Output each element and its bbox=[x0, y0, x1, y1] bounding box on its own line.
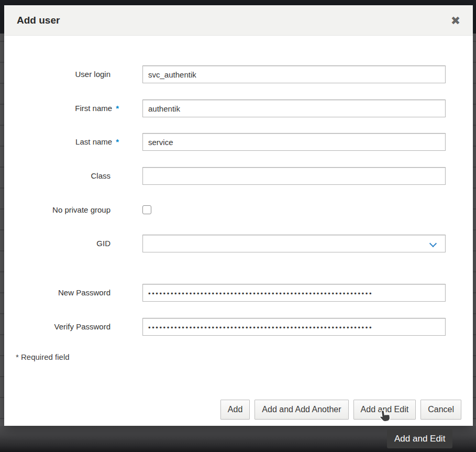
close-button[interactable]: ✖ bbox=[447, 12, 464, 30]
field-row-user-login: User login bbox=[4, 65, 473, 83]
verify-password-label: Verify Password bbox=[4, 318, 119, 336]
screen-overlay-background: Add user ✖ User login First name* Last n… bbox=[0, 0, 476, 452]
cancel-button[interactable]: Cancel bbox=[420, 400, 461, 420]
dialog-title: Add user bbox=[17, 15, 60, 26]
add-user-dialog: Add user ✖ User login First name* Last n… bbox=[4, 5, 473, 426]
field-row-first-name: First name* bbox=[4, 100, 473, 117]
add-and-edit-button[interactable]: Add and Edit bbox=[353, 400, 416, 420]
required-asterisk: * bbox=[116, 137, 119, 146]
chevron-down-icon[interactable] bbox=[430, 241, 436, 246]
first-name-input[interactable] bbox=[142, 100, 446, 117]
first-name-label: First name* bbox=[4, 100, 119, 117]
close-icon: ✖ bbox=[451, 14, 460, 27]
dialog-footer-buttons: Add Add and Add Another Add and Edit Can… bbox=[220, 400, 461, 420]
add-button[interactable]: Add bbox=[220, 400, 250, 420]
field-row-last-name: Last name* bbox=[4, 133, 473, 151]
field-row-new-password: New Password bbox=[4, 284, 473, 302]
last-name-label: Last name* bbox=[4, 133, 119, 151]
last-name-input[interactable] bbox=[142, 133, 446, 151]
field-row-gid: GID bbox=[4, 235, 473, 252]
add-and-add-another-button[interactable]: Add and Add Another bbox=[254, 400, 348, 420]
class-label: Class bbox=[4, 167, 119, 185]
gid-label: GID bbox=[4, 235, 119, 252]
no-private-group-checkbox[interactable] bbox=[142, 205, 151, 214]
add-and-edit-tooltip: Add and Edit bbox=[387, 429, 452, 448]
required-field-note: * Required field bbox=[16, 352, 70, 361]
field-row-class: Class bbox=[4, 167, 473, 185]
required-asterisk: * bbox=[116, 104, 119, 113]
verify-password-input[interactable] bbox=[142, 318, 446, 336]
new-password-label: New Password bbox=[4, 284, 119, 302]
no-private-group-label: No private group bbox=[4, 201, 119, 219]
dialog-header: Add user ✖ bbox=[4, 5, 473, 36]
field-row-no-private-group: No private group bbox=[4, 201, 473, 219]
class-input[interactable] bbox=[142, 167, 446, 185]
field-row-verify-password: Verify Password bbox=[4, 318, 473, 336]
user-login-input[interactable] bbox=[142, 65, 446, 83]
user-login-label: User login bbox=[4, 65, 119, 83]
gid-combobox[interactable] bbox=[142, 235, 446, 252]
new-password-input[interactable] bbox=[142, 284, 446, 302]
